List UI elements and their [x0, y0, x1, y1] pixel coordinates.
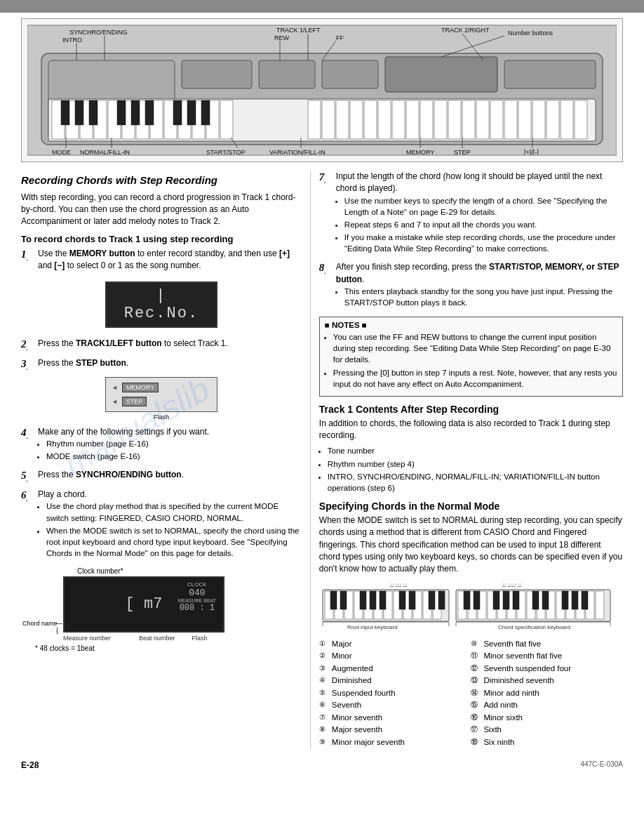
chord-item-7: ⑦ Minor seventh: [319, 713, 471, 724]
measure-beat-value: 008 : 1: [178, 603, 216, 613]
svg-rect-128: [582, 591, 588, 609]
chord-name-9: Minor major seventh: [332, 737, 405, 748]
svg-rect-23: [322, 100, 335, 139]
track1-bullet-3: INTRO, SYNCHRO/ENDING, NORMAL/FILL-IN; V…: [328, 471, 623, 494]
svg-rect-41: [575, 100, 587, 139]
chord-num-7: ⑦: [319, 713, 332, 722]
svg-rect-127: [572, 591, 578, 609]
svg-rect-4: [259, 60, 315, 88]
page-number: E-28: [21, 760, 39, 770]
chord-item-1: ① Major: [319, 639, 471, 650]
chord-item-18: ⑱ Six ninth: [471, 737, 623, 748]
specifying-section-title: Specifying Chords in the Normal Mode: [319, 501, 623, 512]
svg-rect-96: [360, 591, 366, 609]
chord-item-12: ⑫ Seventh suspended four: [471, 663, 623, 675]
chord-bottom-labels: Measure number Beat number Flash: [63, 635, 208, 642]
track1-bullet-2: Rhythm number (step 4): [328, 458, 623, 470]
svg-rect-7: [504, 60, 596, 88]
chord-num-18: ⑱: [471, 737, 483, 747]
svg-rect-5: [322, 60, 378, 88]
chord-num-9: ⑨: [319, 737, 332, 747]
svg-rect-35: [490, 100, 503, 139]
svg-rect-119: [464, 591, 470, 609]
svg-rect-39: [546, 100, 559, 139]
chord-item-5: ⑤ Suspended fourth: [319, 688, 471, 699]
chord-num-14: ⑭: [471, 688, 483, 698]
left-column: Recording Chords with Step Recording Wit…: [21, 171, 310, 749]
svg-rect-3: [182, 60, 252, 88]
step-text-4: Make any of the following settings if yo…: [38, 426, 302, 465]
svg-rect-25: [350, 100, 363, 139]
step-btn-row: ◄ STEP: [112, 397, 147, 406]
svg-text:[+]/[-]: [+]/[-]: [524, 149, 539, 155]
svg-rect-34: [476, 100, 489, 139]
chord-num-12: ⑫: [471, 663, 483, 673]
svg-rect-124: [532, 591, 539, 609]
step-2: 2. Press the TRACK1/LEFT button to selec…: [21, 338, 302, 353]
chord-name-17: Sixth: [483, 724, 502, 736]
step-7: 7. Input the length of the chord (how lo…: [319, 171, 623, 257]
keyboard-diagram-area: ♩♩ ♩♩♩ ♩♩ ♩♩ ♩♩♩♩ ♩♩: [319, 581, 623, 633]
diagram-inner: SYNCHRO/ENDING INTRO TRACK 1/LEFT REW FF…: [27, 25, 617, 156]
svg-rect-29: [406, 100, 419, 139]
chord-num-17: ⑰: [471, 724, 483, 734]
svg-rect-125: [542, 591, 549, 609]
svg-rect-126: [562, 591, 568, 609]
note-1: You can use the FF and REW buttons to ch…: [333, 331, 617, 365]
svg-rect-37: [518, 100, 531, 139]
notes-header: ■ NOTES ■: [325, 321, 617, 329]
subsection-title: To record chords to Track 1 using step r…: [21, 234, 302, 244]
svg-rect-120: [474, 591, 480, 609]
bullet-6-2: When the MODE switch is set to NORMAL, s…: [46, 525, 302, 559]
svg-rect-123: [513, 591, 519, 609]
chord-item-10: ⑩ Seventh flat five: [471, 639, 623, 650]
step-3: 3. Press the STEP button.: [21, 357, 302, 373]
chord-num-8: ⑧: [319, 724, 332, 734]
measure-number-label: Measure number: [63, 635, 111, 642]
svg-text:NORMAL/FILL-IN: NORMAL/FILL-IN: [80, 149, 130, 155]
svg-rect-38: [532, 100, 545, 139]
chord-name-11: Minor seventh flat five: [483, 651, 562, 662]
chord-col-right: ⑩ Seventh flat five ⑪ Minor seventh flat…: [471, 639, 623, 750]
chord-item-9: ⑨ Minor major seventh: [319, 737, 471, 748]
chord-num-13: ⑬: [471, 675, 483, 685]
chord-table-cols: ① Major ② Minor ③ Augmented ④: [319, 639, 623, 750]
chord-item-15: ⑮ Add ninth: [471, 700, 623, 711]
chord-name-3: Augmented: [332, 663, 373, 675]
bullet-4-2: MODE switch (page E-16): [46, 451, 302, 462]
chord-name-14: Minor add ninth: [483, 688, 539, 699]
chord-m7-display: [ m7: [126, 595, 163, 613]
svg-rect-46: [131, 100, 140, 125]
svg-text:Root input keyboard: Root input keyboard: [347, 624, 398, 630]
svg-rect-48: [173, 100, 182, 125]
step-diagram-container: ◄ MEMORY ◄ STEP Flash: [21, 377, 302, 421]
svg-rect-21: [220, 100, 233, 139]
svg-rect-50: [201, 100, 210, 125]
svg-text:START/STOP: START/STOP: [206, 149, 246, 155]
chord-item-13: ⑬ Diminished seventh: [471, 675, 623, 687]
chord-num-6: ⑥: [319, 700, 332, 710]
step-text-5: Press the SYNCHRO/ENDING button.: [38, 469, 302, 481]
svg-rect-45: [117, 100, 126, 125]
svg-rect-31: [434, 100, 447, 139]
svg-text:TRACK 2/RIGHT: TRACK 2/RIGHT: [441, 27, 490, 34]
svg-rect-98: [380, 591, 386, 609]
svg-text:INTRO: INTRO: [62, 37, 82, 44]
intro-text: With step recording, you can record a ch…: [21, 192, 302, 228]
note-2: Pressing the [0] button in step 7 inputs…: [333, 367, 617, 390]
main-content: Recording Chords with Step Recording Wit…: [0, 168, 644, 749]
bullet-7-1: Use the number keys to specify the lengt…: [344, 195, 623, 218]
chord-display-wrapper: Chord name —{ [ m7 CLOCK 040 MEASURE BEA…: [63, 576, 224, 633]
diagram-area: SYNCHRO/ENDING INTRO TRACK 1/LEFT REW FF…: [21, 18, 623, 162]
step-text-3: Press the STEP button.: [38, 357, 302, 369]
svg-rect-101: [429, 591, 435, 609]
chord-item-11: ⑪ Minor seventh flat five: [471, 651, 623, 662]
chord-name-15: Add ninth: [483, 700, 518, 711]
chord-display-area: Clock number* Chord name —{ [ m7 CLOCK 0…: [21, 567, 302, 652]
chord-name-16: Minor sixth: [483, 713, 523, 724]
bullet-4-1: Rhythm number (page E-16): [46, 438, 302, 449]
page: SYNCHRO/ENDING INTRO TRACK 1/LEFT REW FF…: [0, 0, 644, 834]
footer: E-28 447C-E-030A: [0, 756, 644, 773]
svg-rect-33: [462, 100, 475, 139]
svg-rect-26: [364, 100, 377, 139]
